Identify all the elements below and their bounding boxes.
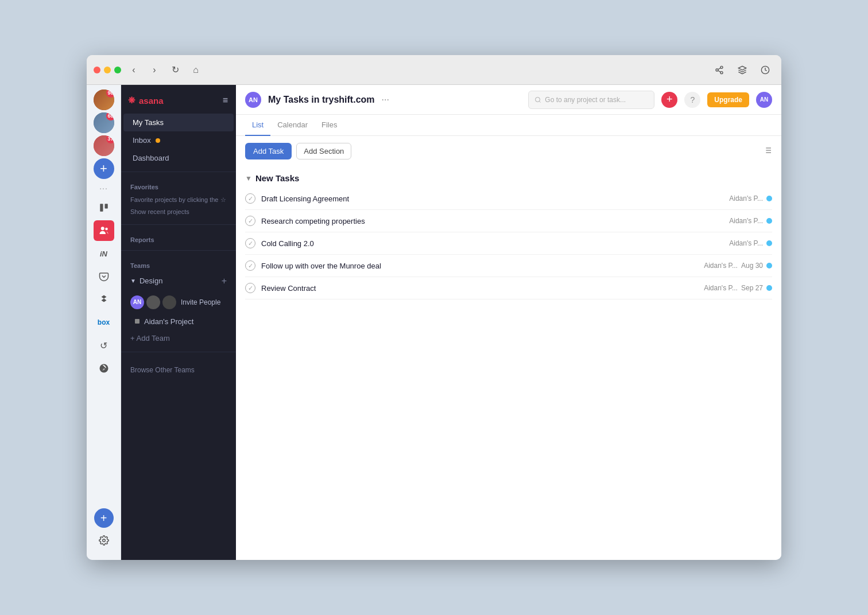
favorites-text: Favorite projects by clicking the ☆ <box>121 193 236 207</box>
team-add-button[interactable]: + <box>222 276 227 286</box>
minimize-button[interactable] <box>104 67 111 73</box>
main-content: AN My Tasks in tryshift.com ··· Go to an… <box>236 85 781 560</box>
member-avatar-3[interactable] <box>162 295 176 309</box>
topbar: AN My Tasks in tryshift.com ··· Go to an… <box>236 85 781 115</box>
sidebar-item-dashboard[interactable]: Dashboard <box>123 149 234 167</box>
task-meta-2: Aidan's P... <box>729 217 772 225</box>
people-icon[interactable] <box>94 220 114 241</box>
favorites-header: Favorites <box>121 177 236 193</box>
design-team-header[interactable]: ▼ Design + <box>121 271 236 291</box>
svg-rect-7 <box>100 204 103 212</box>
add-app-button[interactable]: + <box>94 158 114 179</box>
upgrade-button[interactable]: Upgrade <box>707 92 749 107</box>
avatar-3[interactable]: 37 <box>94 135 114 156</box>
layers-icon[interactable] <box>733 61 751 79</box>
search-bar[interactable]: Go to any project or task... <box>528 91 654 109</box>
pocket-icon[interactable] <box>94 266 114 287</box>
reports-label: Reports <box>121 229 236 246</box>
add-team-button[interactable]: + Add Team <box>121 329 236 347</box>
clock-icon[interactable] <box>756 61 774 79</box>
task-row[interactable]: ✓ Research competing properties Aidan's … <box>245 210 772 232</box>
task-check-4[interactable]: ✓ <box>245 260 255 271</box>
titlebar: ‹ › ↻ ⌂ <box>87 55 781 85</box>
add-team-label: + Add Team <box>130 334 170 342</box>
home-button[interactable]: ⌂ <box>188 62 204 78</box>
close-button[interactable] <box>94 67 100 73</box>
collapse-arrow-icon: ▼ <box>245 174 252 182</box>
add-integration-button[interactable]: + <box>94 508 114 528</box>
traffic-lights <box>94 67 121 73</box>
avatar-1[interactable]: 96 <box>94 89 114 110</box>
svg-point-13 <box>536 97 540 102</box>
task-row[interactable]: ✓ Cold Calling 2.0 Aidan's P... <box>245 232 772 255</box>
search-placeholder: Go to any project or task... <box>545 96 626 104</box>
invision-icon[interactable]: iN <box>94 243 114 264</box>
page-menu-button[interactable]: ··· <box>382 95 389 105</box>
show-recent-link[interactable]: Show recent projects <box>121 207 236 220</box>
divider-2 <box>121 224 236 225</box>
boomerang-icon[interactable]: ↺ <box>94 335 114 356</box>
spotify-icon[interactable] <box>94 358 114 379</box>
svg-line-4 <box>718 68 721 69</box>
task-name-4: Follow up with over the Munroe deal <box>261 262 698 270</box>
back-button[interactable]: ‹ <box>126 62 142 78</box>
tab-calendar[interactable]: Calendar <box>270 115 315 136</box>
task-meta-3: Aidan's P... <box>729 239 772 247</box>
teams-header: Teams <box>121 255 236 271</box>
task-check-1[interactable]: ✓ <box>245 193 255 204</box>
task-name-1: Draft Licensing Agreement <box>261 194 723 203</box>
app-window: ‹ › ↻ ⌂ 96 60 <box>87 55 781 560</box>
avatar-2[interactable]: 60 <box>94 112 114 133</box>
member-avatar-2[interactable] <box>146 295 160 309</box>
box-icon[interactable]: box <box>94 312 114 333</box>
help-button[interactable]: ? <box>684 92 700 108</box>
tab-files[interactable]: Files <box>315 115 344 136</box>
share-icon[interactable] <box>710 61 728 79</box>
svg-point-10 <box>105 228 108 231</box>
forward-button[interactable]: › <box>146 62 162 78</box>
svg-line-3 <box>718 71 721 72</box>
task-project-5: Aidan's P... <box>704 284 738 292</box>
task-row[interactable]: ✓ Draft Licensing Agreement Aidan's P... <box>245 188 772 210</box>
badge-1: 96 <box>106 89 114 98</box>
task-row[interactable]: ✓ Review Contract Aidan's P... Sep 27 <box>245 277 772 299</box>
user-avatar-topbar[interactable]: AN <box>756 92 772 108</box>
task-project-4: Aidan's P... <box>704 262 738 270</box>
svg-marker-5 <box>738 66 746 70</box>
asana-logo[interactable]: ❋ asana <box>128 95 164 106</box>
task-dot-3 <box>766 240 772 246</box>
dropbox-icon[interactable] <box>94 289 114 310</box>
sidebar-item-inbox[interactable]: Inbox <box>123 131 234 149</box>
project-dot-icon <box>135 319 140 324</box>
page-avatar: AN <box>245 92 261 108</box>
search-icon <box>534 96 541 103</box>
sidebar-toggle-button[interactable]: ≡ <box>222 94 229 107</box>
sidebar-project-aidans[interactable]: Aidan's Project <box>121 314 236 329</box>
task-check-2[interactable]: ✓ <box>245 216 255 226</box>
member-avatar-an[interactable]: AN <box>130 295 144 309</box>
inbox-label: Inbox <box>133 136 151 145</box>
browse-other-teams[interactable]: Browse Other Teams <box>121 361 236 379</box>
task-project-1: Aidan's P... <box>729 194 763 203</box>
add-section-button[interactable]: Add Section <box>296 143 351 159</box>
tabs-bar: List Calendar Files <box>236 115 781 136</box>
view-options-button[interactable] <box>763 146 772 157</box>
svg-rect-8 <box>104 204 107 208</box>
invite-people-button[interactable]: Invite People <box>179 298 223 306</box>
add-task-button[interactable]: Add Task <box>245 143 292 159</box>
team-name: Design <box>140 277 162 285</box>
task-check-3[interactable]: ✓ <box>245 238 255 248</box>
task-row[interactable]: ✓ Follow up with over the Munroe deal Ai… <box>245 255 772 277</box>
svg-line-14 <box>540 101 541 102</box>
dashboard-label: Dashboard <box>133 154 169 162</box>
task-check-5[interactable]: ✓ <box>245 283 255 293</box>
settings-icon[interactable] <box>94 530 114 551</box>
kanban-icon[interactable] <box>94 197 114 218</box>
refresh-button[interactable]: ↻ <box>167 62 183 78</box>
global-add-button[interactable]: + <box>661 92 677 108</box>
task-meta-5: Aidan's P... Sep 27 <box>704 284 772 292</box>
tab-list[interactable]: List <box>245 115 270 136</box>
maximize-button[interactable] <box>114 67 121 73</box>
new-tasks-section-header[interactable]: ▼ New Tasks <box>245 166 772 188</box>
sidebar-item-mytasks[interactable]: My Tasks <box>123 114 234 131</box>
